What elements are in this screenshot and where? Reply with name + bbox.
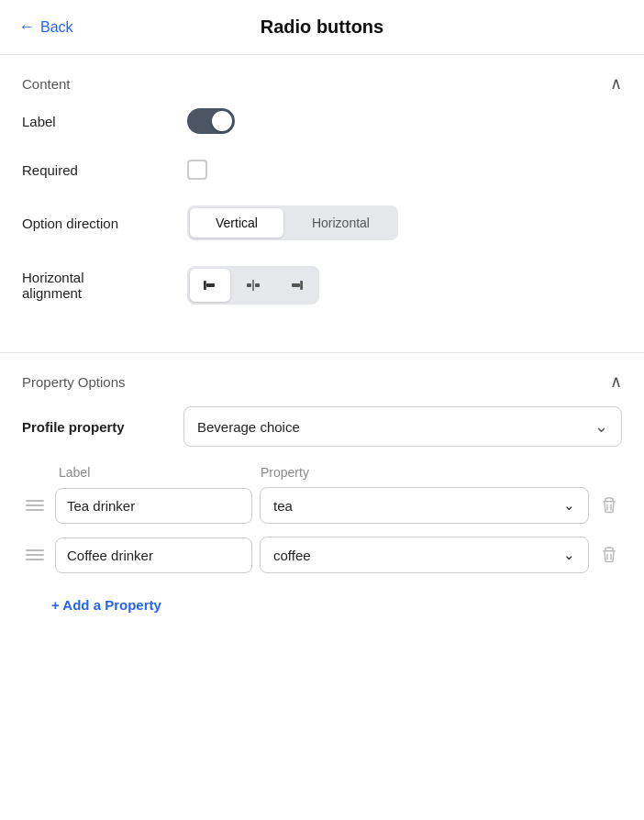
horizontal-alignment-row: Horizontalalignment [22,266,622,305]
property-options-title: Property Options [22,374,126,390]
property-item-1: tea ⌄ [22,487,622,524]
drag-handle-2[interactable] [22,546,48,564]
prop-value-chevron-2: ⌄ [563,547,575,563]
alignment-control [187,266,319,305]
option-direction-row: Option direction Vertical Horizontal [22,205,622,240]
prop-value-select-2[interactable]: coffee ⌄ [260,537,589,573]
toggle-thumb [212,111,232,131]
direction-vertical-button[interactable]: Vertical [190,208,283,238]
drag-handle-1[interactable] [22,496,48,515]
property-options-section: Property Options ∧ Profile property Beve… [0,353,644,636]
delete-item-1-button[interactable] [596,493,622,518]
option-direction-label: Option direction [22,216,187,231]
align-left-icon [202,277,218,294]
direction-segmented-control: Vertical Horizontal [187,205,398,240]
align-right-button[interactable] [276,269,316,302]
horizontal-alignment-label: Horizontalalignment [22,270,187,301]
required-checkbox[interactable] [187,160,207,180]
add-property-button[interactable]: + Add a Property [22,586,161,613]
prop-value-select-1[interactable]: tea ⌄ [260,487,589,524]
back-arrow-icon: ← [18,17,35,37]
svg-rect-4 [255,283,260,287]
profile-property-chevron-icon: ⌄ [594,416,608,437]
svg-rect-7 [292,283,300,287]
profile-property-dropdown[interactable]: Beverage choice ⌄ [183,406,622,447]
content-section-title: Content [22,76,71,92]
profile-property-label: Profile property [22,419,169,435]
content-section: Content ∧ Label Required Option directio… [0,55,644,353]
profile-property-value: Beverage choice [197,419,300,435]
prop-value-2: coffee [273,548,311,563]
align-center-button[interactable] [233,269,273,302]
prop-value-1: tea [273,498,293,514]
property-options-section-header[interactable]: Property Options ∧ [22,353,622,406]
delete-item-2-button[interactable] [596,542,622,568]
label-toggle[interactable] [187,108,235,134]
align-right-icon [288,277,305,294]
content-section-header[interactable]: Content ∧ [22,55,622,108]
profile-property-row: Profile property Beverage choice ⌄ [22,406,622,447]
page-title: Radio buttons [261,17,383,38]
content-collapse-icon: ∧ [610,73,622,94]
prop-label-input-2[interactable] [55,537,252,573]
prop-label-input-1[interactable] [55,488,252,524]
property-items-list: tea ⌄ coffee ⌄ [22,487,622,573]
align-center-icon [245,277,261,294]
required-row: Required [22,160,622,180]
back-button[interactable]: ← Back [18,17,73,37]
svg-rect-3 [247,283,251,287]
toggle-track [187,108,235,134]
required-field-label: Required [22,162,187,178]
trash-icon-1 [600,496,618,515]
header: ← Back Radio buttons [0,0,644,55]
label-field-label: Label [22,114,187,129]
col-property-header: Property [253,465,622,480]
col-label-header: Label [51,465,253,480]
direction-horizontal-button[interactable]: Horizontal [286,208,395,238]
label-row: Label [22,108,622,134]
svg-rect-1 [206,283,215,287]
property-item-2: coffee ⌄ [22,537,622,573]
property-options-collapse-icon: ∧ [610,371,622,392]
trash-icon-2 [600,546,618,564]
column-headers: Label Property [22,465,622,480]
prop-value-chevron-1: ⌄ [563,497,575,514]
align-left-button[interactable] [190,269,230,302]
back-label: Back [40,19,73,36]
